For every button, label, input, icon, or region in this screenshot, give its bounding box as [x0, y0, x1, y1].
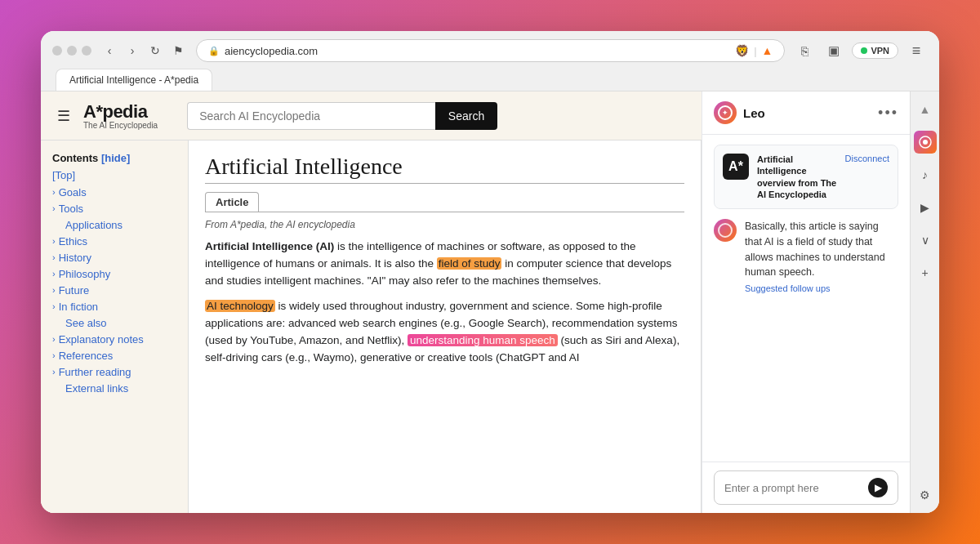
- chevron-right-icon: ›: [52, 269, 56, 279]
- window-control-minimize[interactable]: [67, 46, 77, 56]
- sidebar-link-explanatory[interactable]: Explanatory notes: [59, 333, 144, 346]
- lock-icon: 🔒: [208, 46, 220, 56]
- wiki-page: ☰ A*pedia The AI Encyclopedia Search Con…: [41, 91, 702, 513]
- sidebar-link-ethics[interactable]: Ethics: [59, 235, 87, 247]
- leo-ai-message-content: Basically, this article is saying that A…: [745, 219, 898, 293]
- sidebar-link-external[interactable]: External links: [52, 382, 176, 395]
- leo-menu-button[interactable]: •••: [878, 105, 898, 122]
- sidebar-link-goals[interactable]: Goals: [59, 186, 87, 198]
- leo-source-info: Artificial Intelligence overview from Th…: [757, 154, 837, 200]
- vpn-label: VPN: [871, 46, 889, 56]
- sidebar-link-tools[interactable]: Tools: [59, 203, 83, 215]
- leo-body: A* Artificial Intelligence overview from…: [702, 135, 910, 462]
- add-icon-button[interactable]: +: [914, 261, 937, 284]
- svg-point-1: [923, 140, 928, 145]
- leo-sidebar-toggle[interactable]: [914, 131, 937, 154]
- sidebar-item-fiction: › In fiction: [52, 301, 176, 313]
- sidebar-subitem-applications: Applications: [52, 219, 176, 231]
- article-paragraph-1: Artificial Intelligence (AI) is the inte…: [205, 239, 684, 290]
- leo-footer: ▶: [702, 462, 910, 513]
- vpn-badge[interactable]: VPN: [852, 42, 898, 59]
- divider: |: [754, 45, 756, 57]
- sync-icon-button[interactable]: ⎘: [793, 39, 816, 62]
- music-icon-button[interactable]: ♪: [914, 163, 937, 186]
- wiki-search-input[interactable]: [187, 102, 435, 130]
- chevron-right-icon: ›: [52, 236, 56, 246]
- article-paragraph-2: AI technology is widely used throughout …: [205, 298, 684, 367]
- sidebar-link-applications[interactable]: Applications: [65, 219, 122, 231]
- window-control-maximize[interactable]: [82, 46, 91, 56]
- wiki-logo: A*pedia The AI Encyclopedia: [83, 101, 158, 130]
- bookmark-button[interactable]: ⚑: [168, 41, 188, 60]
- leo-ai-avatar-inner: [718, 223, 733, 238]
- article-body: Artificial Intelligence (AI) is the inte…: [205, 239, 684, 366]
- scroll-up-button[interactable]: ▲: [914, 98, 937, 121]
- chevron-right-icon: ›: [52, 367, 56, 377]
- wallet-icon-button[interactable]: ▣: [822, 39, 845, 62]
- leo-header: ✦ Leo •••: [702, 91, 910, 135]
- sidebar-item-philosophy: › Philosophy: [52, 268, 176, 280]
- sidebar-link-future[interactable]: Future: [59, 284, 90, 297]
- sidebar-item-further-reading: › Further reading: [52, 366, 176, 378]
- article-title: Artificial Intelligence: [205, 154, 684, 184]
- article-tab-article[interactable]: Article: [205, 192, 259, 212]
- leo-prompt-bar: ▶: [714, 470, 898, 505]
- vpn-status-dot: [861, 47, 867, 54]
- leo-ai-text: Basically, this article is saying that A…: [745, 219, 898, 280]
- leo-source-card: A* Artificial Intelligence overview from…: [714, 145, 898, 209]
- leo-suggested: Suggested follow ups: [745, 283, 898, 293]
- tab-bar: Artificial Intelligence - A*pedia: [52, 69, 928, 91]
- browser-chrome: ‹ › ↻ ⚑ 🔒 aiencyclopedia.com 🦁 | ▲ ⎘ ▣: [41, 31, 939, 91]
- leo-prompt-input[interactable]: [724, 482, 862, 494]
- sidebar-hide-button[interactable]: [hide]: [101, 152, 130, 164]
- browser-tab-active[interactable]: Artificial Intelligence - A*pedia: [56, 69, 212, 91]
- wiki-logo-subtitle: The AI Encyclopedia: [83, 121, 158, 130]
- leo-disconnect-button[interactable]: Disconnect: [845, 154, 889, 163]
- sidebar-link-philosophy[interactable]: Philosophy: [59, 268, 111, 280]
- address-bar[interactable]: 🔒 aiencyclopedia.com 🦁 | ▲: [196, 39, 785, 62]
- sidebar-item-top[interactable]: [Top]: [52, 169, 176, 181]
- sidebar-link-references[interactable]: References: [59, 350, 113, 362]
- browser-window: ‹ › ↻ ⚑ 🔒 aiencyclopedia.com 🦁 | ▲ ⎘ ▣: [41, 31, 939, 513]
- sidebar-item-references: › References: [52, 350, 176, 362]
- sidebar-link-fiction[interactable]: In fiction: [59, 301, 98, 313]
- browser-toolbar: ‹ › ↻ ⚑ 🔒 aiencyclopedia.com 🦁 | ▲ ⎘ ▣: [52, 39, 928, 62]
- wiki-search-button[interactable]: Search: [435, 102, 497, 130]
- leo-follow-link[interactable]: follow: [791, 283, 813, 293]
- highlight-understanding-human-speech: understanding human speech: [408, 334, 558, 346]
- sidebar-contents-header: Contents [hide]: [52, 152, 176, 164]
- url-text: aiencyclopedia.com: [225, 45, 318, 57]
- leo-icon-inner: ✦: [718, 105, 733, 120]
- sidebar-link-history[interactable]: History: [59, 252, 91, 264]
- leo-source-name: Artificial Intelligence overview from Th…: [757, 154, 837, 200]
- hamburger-icon[interactable]: ☰: [57, 107, 70, 125]
- leo-source-initial: A*: [728, 159, 743, 174]
- video-icon-button[interactable]: ▶: [914, 196, 937, 219]
- back-button[interactable]: ‹: [100, 41, 119, 60]
- chevron-right-icon: ›: [52, 187, 56, 197]
- sidebar-link-see-also[interactable]: See also: [52, 317, 176, 329]
- menu-button[interactable]: ≡: [905, 39, 928, 62]
- leo-name: Leo: [743, 106, 878, 120]
- leo-sidebar: ✦ Leo ••• A* Artificial Intelligence ove…: [702, 91, 910, 513]
- brave-shield-icon: 🦁: [735, 44, 749, 57]
- sidebar-item-ethics: › Ethics: [52, 235, 176, 247]
- nav-buttons: ‹ › ↻ ⚑: [100, 41, 188, 60]
- refresh-button[interactable]: ↻: [145, 41, 165, 60]
- chevron-down-icon[interactable]: ∨: [914, 229, 937, 252]
- leo-star-icon: ✦: [722, 109, 728, 117]
- browser-right-sidebar: ▲ ♪ ▶ ∨ + ⚙: [910, 91, 939, 513]
- sidebar-link-further-reading[interactable]: Further reading: [59, 366, 131, 378]
- sidebar-item-future: › Future: [52, 284, 176, 297]
- chevron-right-icon: ›: [52, 203, 56, 213]
- window-control-close[interactable]: [52, 46, 62, 56]
- leo-ai-message: Basically, this article is saying that A…: [714, 219, 898, 293]
- toolbar-right: ⎘ ▣ VPN ≡: [793, 39, 928, 62]
- wiki-sidebar: Contents [hide] [Top] › Goals › Tools Ap…: [41, 140, 188, 513]
- chevron-right-icon: ›: [52, 252, 56, 262]
- forward-button[interactable]: ›: [122, 41, 142, 60]
- highlight-ai-technology: AI technology: [205, 300, 275, 312]
- settings-icon-button[interactable]: ⚙: [914, 484, 937, 506]
- leo-send-button[interactable]: ▶: [868, 478, 888, 497]
- article-bold-term: Artificial Intelligence (AI): [205, 240, 334, 252]
